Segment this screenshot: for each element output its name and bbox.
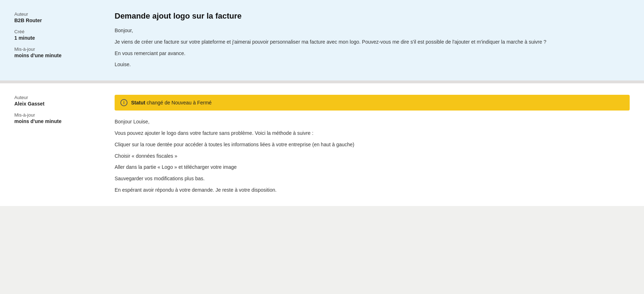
body-line: Choisir « données fiscales » bbox=[115, 152, 630, 161]
author-value-1: B2B Router bbox=[14, 18, 100, 23]
author-label-2: Auteur bbox=[14, 95, 100, 100]
status-text-bold: Statut bbox=[131, 100, 145, 106]
ticket-meta-1: Auteur B2B Router Créé 1 minute Mis-à-jo… bbox=[14, 11, 115, 69]
ticket-meta-2: Auteur Aleix Gasset Mis-à-jour moins d'u… bbox=[14, 95, 115, 195]
ticket-content-1: Demande ajout logo sur la facture Bonjou… bbox=[115, 11, 630, 69]
ticket-container: Auteur B2B Router Créé 1 minute Mis-à-jo… bbox=[0, 0, 644, 206]
status-banner: i Statut changé de Nouveau à Fermé bbox=[115, 95, 630, 111]
ticket-entry-2: Auteur Aleix Gasset Mis-à-jour moins d'u… bbox=[0, 83, 644, 206]
body-line: En vous remerciant par avance. bbox=[115, 49, 630, 58]
body-line: Sauvegarder vos modifications plus bas. bbox=[115, 175, 630, 183]
body-line: Cliquer sur la roue dentée pour accéder … bbox=[115, 141, 630, 149]
body-line: Je viens de créer une facture sur votre … bbox=[115, 38, 630, 46]
body-line: Louise. bbox=[115, 60, 630, 69]
body-line: Bonjour Louise, bbox=[115, 118, 630, 126]
updated-value-2: moins d'une minute bbox=[14, 118, 100, 124]
body-line: Bonjour, bbox=[115, 26, 630, 35]
body-line: Vous pouvez ajouter le logo dans votre f… bbox=[115, 129, 630, 138]
updated-label-1: Mis-à-jour bbox=[14, 46, 100, 52]
ticket-content-2: i Statut changé de Nouveau à Fermé Bonjo… bbox=[115, 95, 630, 195]
created-value-1: 1 minute bbox=[14, 35, 100, 41]
status-banner-text: Statut changé de Nouveau à Fermé bbox=[131, 100, 212, 106]
ticket-entry-1: Auteur B2B Router Créé 1 minute Mis-à-jo… bbox=[0, 0, 644, 83]
body-line: Aller dans la partie « Logo » et télécha… bbox=[115, 163, 630, 172]
body-line: En espérant avoir répondu à votre demand… bbox=[115, 186, 630, 195]
author-value-2: Aleix Gasset bbox=[14, 101, 100, 107]
status-text-rest: changé de Nouveau à Fermé bbox=[145, 100, 212, 106]
info-icon: i bbox=[120, 99, 128, 106]
ticket-title-1: Demande ajout logo sur la facture bbox=[115, 11, 630, 21]
updated-label-2: Mis-à-jour bbox=[14, 112, 100, 118]
updated-value-1: moins d'une minute bbox=[14, 53, 100, 58]
ticket-body-1: Bonjour,Je viens de créer une facture su… bbox=[115, 26, 630, 69]
author-label-1: Auteur bbox=[14, 11, 100, 17]
created-label-1: Créé bbox=[14, 29, 100, 34]
ticket-body-2: Bonjour Louise,Vous pouvez ajouter le lo… bbox=[115, 118, 630, 195]
